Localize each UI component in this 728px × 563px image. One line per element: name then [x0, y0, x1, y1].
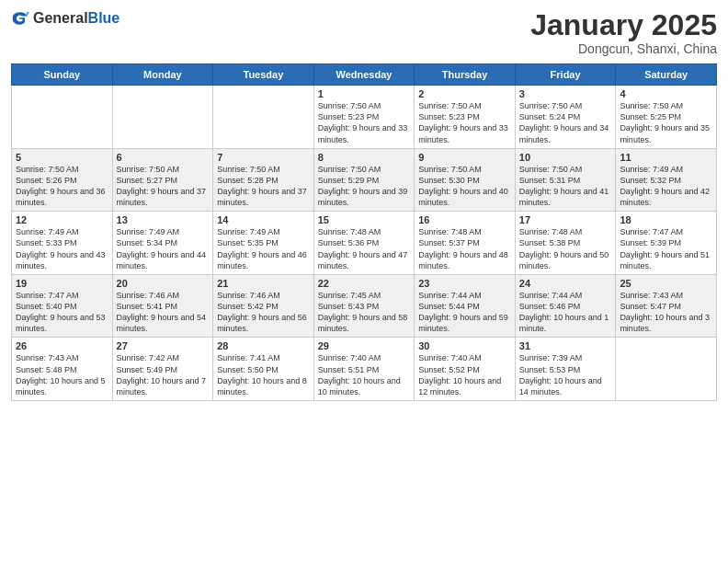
header-friday: Friday [515, 64, 616, 86]
day-number: 17 [519, 214, 612, 225]
day-number: 24 [519, 278, 612, 289]
table-row: 23Sunrise: 7:44 AM Sunset: 5:44 PM Dayli… [415, 274, 516, 338]
table-row: 25Sunrise: 7:43 AM Sunset: 5:47 PM Dayli… [616, 274, 717, 338]
day-number: 10 [519, 152, 612, 163]
table-row: 24Sunrise: 7:44 AM Sunset: 5:46 PM Dayli… [515, 274, 616, 338]
day-info: Sunrise: 7:48 AM Sunset: 5:38 PM Dayligh… [519, 226, 612, 271]
table-row: 17Sunrise: 7:48 AM Sunset: 5:38 PM Dayli… [515, 212, 616, 275]
table-row: 27Sunrise: 7:42 AM Sunset: 5:49 PM Dayli… [112, 338, 213, 401]
header-saturday: Saturday [616, 64, 717, 86]
day-info: Sunrise: 7:47 AM Sunset: 5:39 PM Dayligh… [620, 226, 712, 271]
day-info: Sunrise: 7:50 AM Sunset: 5:27 PM Dayligh… [117, 164, 210, 209]
day-number: 26 [16, 340, 108, 351]
day-info: Sunrise: 7:50 AM Sunset: 5:29 PM Dayligh… [318, 164, 411, 209]
table-row: 19Sunrise: 7:47 AM Sunset: 5:40 PM Dayli… [12, 274, 113, 338]
day-info: Sunrise: 7:50 AM Sunset: 5:26 PM Dayligh… [16, 164, 108, 209]
table-row: 18Sunrise: 7:47 AM Sunset: 5:39 PM Dayli… [616, 212, 717, 275]
day-number: 18 [620, 214, 712, 225]
header-wednesday: Wednesday [313, 64, 415, 86]
day-number: 8 [318, 152, 411, 163]
day-number: 9 [418, 152, 511, 163]
day-number: 12 [16, 214, 108, 225]
calendar-week-row: 12Sunrise: 7:49 AM Sunset: 5:33 PM Dayli… [12, 212, 717, 275]
day-info: Sunrise: 7:44 AM Sunset: 5:44 PM Dayligh… [418, 290, 511, 335]
calendar-week-row: 26Sunrise: 7:43 AM Sunset: 5:48 PM Dayli… [12, 338, 717, 401]
day-number: 3 [519, 88, 612, 99]
table-row: 3Sunrise: 7:50 AM Sunset: 5:24 PM Daylig… [515, 86, 616, 149]
day-info: Sunrise: 7:47 AM Sunset: 5:40 PM Dayligh… [16, 290, 108, 335]
table-row: 11Sunrise: 7:49 AM Sunset: 5:32 PM Dayli… [616, 148, 717, 212]
logo-text: GeneralBlue [33, 10, 119, 27]
day-number: 5 [16, 152, 108, 163]
day-info: Sunrise: 7:50 AM Sunset: 5:24 PM Dayligh… [519, 100, 612, 145]
day-info: Sunrise: 7:44 AM Sunset: 5:46 PM Dayligh… [519, 290, 612, 335]
day-info: Sunrise: 7:46 AM Sunset: 5:42 PM Dayligh… [217, 290, 310, 335]
day-info: Sunrise: 7:50 AM Sunset: 5:23 PM Dayligh… [318, 100, 411, 145]
table-row: 8Sunrise: 7:50 AM Sunset: 5:29 PM Daylig… [313, 148, 415, 212]
day-info: Sunrise: 7:50 AM Sunset: 5:23 PM Dayligh… [418, 100, 511, 145]
page-container: GeneralBlue January 2025 Dongcun, Shanxi… [0, 0, 728, 408]
table-row: 29Sunrise: 7:40 AM Sunset: 5:51 PM Dayli… [313, 338, 415, 401]
day-number: 13 [117, 214, 210, 225]
header-tuesday: Tuesday [213, 64, 314, 86]
day-info: Sunrise: 7:50 AM Sunset: 5:31 PM Dayligh… [519, 164, 612, 209]
day-number: 16 [418, 214, 511, 225]
day-info: Sunrise: 7:41 AM Sunset: 5:50 PM Dayligh… [217, 352, 310, 397]
header: GeneralBlue January 2025 Dongcun, Shanxi… [11, 9, 717, 56]
day-number: 14 [217, 214, 310, 225]
day-info: Sunrise: 7:50 AM Sunset: 5:25 PM Dayligh… [620, 100, 712, 145]
day-info: Sunrise: 7:42 AM Sunset: 5:49 PM Dayligh… [117, 352, 210, 397]
day-number: 4 [620, 88, 712, 99]
calendar-week-row: 19Sunrise: 7:47 AM Sunset: 5:40 PM Dayli… [12, 274, 717, 338]
day-number: 28 [217, 340, 310, 351]
day-number: 21 [217, 278, 310, 289]
logo: GeneralBlue [11, 9, 119, 28]
header-sunday: Sunday [12, 64, 113, 86]
day-info: Sunrise: 7:49 AM Sunset: 5:32 PM Dayligh… [620, 164, 712, 209]
header-thursday: Thursday [415, 64, 516, 86]
weekday-header-row: Sunday Monday Tuesday Wednesday Thursday… [12, 64, 717, 86]
day-number: 29 [318, 340, 411, 351]
calendar-week-row: 5Sunrise: 7:50 AM Sunset: 5:26 PM Daylig… [12, 148, 717, 212]
day-info: Sunrise: 7:40 AM Sunset: 5:51 PM Dayligh… [318, 352, 411, 397]
day-number: 25 [620, 278, 712, 289]
table-row: 7Sunrise: 7:50 AM Sunset: 5:28 PM Daylig… [213, 148, 314, 212]
table-row: 14Sunrise: 7:49 AM Sunset: 5:35 PM Dayli… [213, 212, 314, 275]
day-info: Sunrise: 7:50 AM Sunset: 5:28 PM Dayligh… [217, 164, 310, 209]
table-row [112, 86, 213, 149]
table-row: 4Sunrise: 7:50 AM Sunset: 5:25 PM Daylig… [616, 86, 717, 149]
day-number: 7 [217, 152, 310, 163]
day-info: Sunrise: 7:49 AM Sunset: 5:33 PM Dayligh… [16, 226, 108, 271]
logo-general: General [33, 10, 88, 26]
day-info: Sunrise: 7:49 AM Sunset: 5:34 PM Dayligh… [117, 226, 210, 271]
day-number: 22 [318, 278, 411, 289]
table-row: 13Sunrise: 7:49 AM Sunset: 5:34 PM Dayli… [112, 212, 213, 275]
table-row: 20Sunrise: 7:46 AM Sunset: 5:41 PM Dayli… [112, 274, 213, 338]
table-row [213, 86, 314, 149]
day-number: 20 [117, 278, 210, 289]
table-row: 9Sunrise: 7:50 AM Sunset: 5:30 PM Daylig… [415, 148, 516, 212]
table-row: 6Sunrise: 7:50 AM Sunset: 5:27 PM Daylig… [112, 148, 213, 212]
day-number: 19 [16, 278, 108, 289]
table-row: 21Sunrise: 7:46 AM Sunset: 5:42 PM Dayli… [213, 274, 314, 338]
table-row: 31Sunrise: 7:39 AM Sunset: 5:53 PM Dayli… [515, 338, 616, 401]
location-title: Dongcun, Shanxi, China [530, 41, 717, 56]
logo-blue: Blue [88, 10, 120, 26]
day-info: Sunrise: 7:46 AM Sunset: 5:41 PM Dayligh… [117, 290, 210, 335]
day-info: Sunrise: 7:40 AM Sunset: 5:52 PM Dayligh… [418, 352, 511, 397]
day-info: Sunrise: 7:50 AM Sunset: 5:30 PM Dayligh… [418, 164, 511, 209]
table-row [12, 86, 113, 149]
day-info: Sunrise: 7:48 AM Sunset: 5:36 PM Dayligh… [318, 226, 411, 271]
calendar-week-row: 1Sunrise: 7:50 AM Sunset: 5:23 PM Daylig… [12, 86, 717, 149]
month-title: January 2025 [530, 9, 717, 41]
table-row [616, 338, 717, 401]
table-row: 2Sunrise: 7:50 AM Sunset: 5:23 PM Daylig… [415, 86, 516, 149]
table-row: 22Sunrise: 7:45 AM Sunset: 5:43 PM Dayli… [313, 274, 415, 338]
day-info: Sunrise: 7:43 AM Sunset: 5:47 PM Dayligh… [620, 290, 712, 335]
title-block: January 2025 Dongcun, Shanxi, China [530, 9, 717, 56]
table-row: 16Sunrise: 7:48 AM Sunset: 5:37 PM Dayli… [415, 212, 516, 275]
day-number: 27 [117, 340, 210, 351]
day-number: 23 [418, 278, 511, 289]
day-number: 1 [318, 88, 411, 99]
day-info: Sunrise: 7:49 AM Sunset: 5:35 PM Dayligh… [217, 226, 310, 271]
